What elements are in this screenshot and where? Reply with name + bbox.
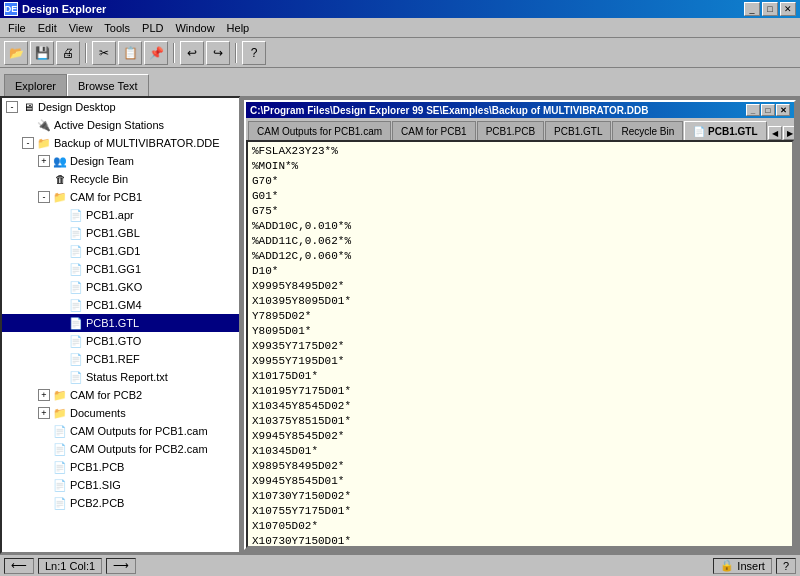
content-area: - 🖥 Design Desktop 🔌 Active Design Stati… [0,96,800,554]
pcb1-gtl-icon: 📄 [68,315,84,331]
maximize-button[interactable]: □ [762,2,778,16]
text-content-area[interactable]: %FSLAX23Y23*% %MOIN*% G70* G01* G75* %AD… [246,140,794,548]
tree-design-team[interactable]: + 👥 Design Team [2,152,239,170]
tab-pcb1-gtl-1[interactable]: PCB1.GTL [545,121,611,140]
team-icon: 👥 [52,153,68,169]
toolbar-copy[interactable]: 📋 [118,41,142,65]
minimize-button[interactable]: _ [744,2,760,16]
menu-tools[interactable]: Tools [98,20,136,36]
toolbar-paste[interactable]: 📌 [144,41,168,65]
mdi-window: C:\Program Files\Design Explorer 99 SE\E… [244,100,796,550]
toolbar-cut[interactable]: ✂ [92,41,116,65]
tree-cam-outputs-pcb2[interactable]: 📄 CAM Outputs for PCB2.cam [2,440,239,458]
tree-active-stations[interactable]: 🔌 Active Design Stations [2,116,239,134]
status-right-arrow-icon: ⟶ [113,559,129,572]
tab-recycle-bin[interactable]: Recycle Bin [612,121,683,140]
menu-bar: File Edit View Tools PLD Window Help [0,18,800,38]
expand-backup[interactable]: - [22,137,34,149]
toolbar-sep1 [85,43,87,63]
pcb1-gto-icon: 📄 [68,333,84,349]
pcb1-pcb-icon: 📄 [52,459,68,475]
expand-cam-pcb2[interactable]: + [38,389,50,401]
tree-pcb1-gbl[interactable]: 📄 PCB1.GBL [2,224,239,242]
file-tabs: CAM Outputs for PCB1.cam CAM for PCB1 PC… [246,118,794,140]
tree-label-cam-pcb1: CAM for PCB1 [70,191,142,203]
status-report-icon: 📄 [68,369,84,385]
tree-cam-pcb2[interactable]: + 📁 CAM for PCB2 [2,386,239,404]
title-bar-left: DE Design Explorer [4,2,106,16]
menu-view[interactable]: View [63,20,99,36]
recycle-icon: 🗑 [52,171,68,187]
tree-backup-multivibrator[interactable]: - 📁 Backup of MULTIVIBRATOR.DDE [2,134,239,152]
explorer-panel: - 🖥 Design Desktop 🔌 Active Design Stati… [0,96,240,554]
tree-pcb1-gtl[interactable]: 📄 PCB1.GTL [2,314,239,332]
tree-label-design-desktop: Design Desktop [38,101,116,113]
tree-documents[interactable]: + 📁 Documents [2,404,239,422]
main-tab-bar: Explorer Browse Text [0,68,800,96]
toolbar-undo[interactable]: ↩ [180,41,204,65]
tree-label-cam-outputs-pcb1: CAM Outputs for PCB1.cam [70,425,208,437]
pcb1-ref-icon: 📄 [68,351,84,367]
menu-window[interactable]: Window [169,20,220,36]
mdi-title: C:\Program Files\Design Explorer 99 SE\E… [250,105,648,116]
mdi-minimize[interactable]: _ [746,104,760,116]
expand-cam-pcb1[interactable]: - [38,191,50,203]
tab-explorer[interactable]: Explorer [4,74,67,96]
tree-recycle-bin[interactable]: 🗑 Recycle Bin [2,170,239,188]
tab-nav-left[interactable]: ◀ [768,126,782,140]
expand-design-desktop[interactable]: - [6,101,18,113]
tree-label-status-report: Status Report.txt [86,371,168,383]
tree-design-desktop[interactable]: - 🖥 Design Desktop [2,98,239,116]
tree-pcb1-ref[interactable]: 📄 PCB1.REF [2,350,239,368]
tab-nav: ◀ ▶ [768,126,795,140]
toolbar-redo[interactable]: ↪ [206,41,230,65]
tree-label-pcb1-gtl: PCB1.GTL [86,317,139,329]
status-help[interactable]: ? [776,558,796,574]
tree-pcb1-gg1[interactable]: 📄 PCB1.GG1 [2,260,239,278]
cam-out-pcb1-icon: 📄 [52,423,68,439]
tab-nav-right[interactable]: ▶ [783,126,795,140]
tab-pcb1-gtl-2[interactable]: 📄 PCB1.GTL [684,121,766,140]
tree-pcb1-gko[interactable]: 📄 PCB1.GKO [2,278,239,296]
tree-cam-outputs-pcb1[interactable]: 📄 CAM Outputs for PCB1.cam [2,422,239,440]
menu-edit[interactable]: Edit [32,20,63,36]
pcb1-gko-icon: 📄 [68,279,84,295]
tab-pcb1-pcb[interactable]: PCB1.PCB [477,121,544,140]
tree-label-pcb1-gko: PCB1.GKO [86,281,142,293]
tree-label-pcb1-gd1: PCB1.GD1 [86,245,140,257]
tree-pcb1-gd1[interactable]: 📄 PCB1.GD1 [2,242,239,260]
tree-pcb1-sig[interactable]: 📄 PCB1.SIG [2,476,239,494]
cam-out-pcb2-icon: 📄 [52,441,68,457]
status-arrow-left: ⟵ [4,558,34,574]
expand-design-team[interactable]: + [38,155,50,167]
toolbar-help[interactable]: ? [242,41,266,65]
tab-cam-pcb1[interactable]: CAM for PCB1 [392,121,476,140]
menu-help[interactable]: Help [221,20,256,36]
tree-label-pcb1-gm4: PCB1.GM4 [86,299,142,311]
tree-pcb2-pcb[interactable]: 📄 PCB2.PCB [2,494,239,512]
tree-cam-pcb1[interactable]: - 📁 CAM for PCB1 [2,188,239,206]
tree-status-report[interactable]: 📄 Status Report.txt [2,368,239,386]
mdi-maximize[interactable]: □ [761,104,775,116]
toolbar-open[interactable]: 💾 [30,41,54,65]
toolbar-save[interactable]: 🖨 [56,41,80,65]
right-panel: C:\Program Files\Design Explorer 99 SE\E… [240,96,800,554]
menu-file[interactable]: File [2,20,32,36]
tree-pcb1-gto[interactable]: 📄 PCB1.GTO [2,332,239,350]
status-ln: Ln:1 [45,560,66,572]
close-button[interactable]: ✕ [780,2,796,16]
tree-label-recycle-bin: Recycle Bin [70,173,128,185]
tab-cam-outputs-pcb1[interactable]: CAM Outputs for PCB1.cam [248,121,391,140]
tree-pcb1-pcb[interactable]: 📄 PCB1.PCB [2,458,239,476]
app-title: Design Explorer [22,3,106,15]
tree-pcb1-gm4[interactable]: 📄 PCB1.GM4 [2,296,239,314]
expand-documents[interactable]: + [38,407,50,419]
tab-browse-text[interactable]: Browse Text [67,74,149,96]
tree-pcb1-apr[interactable]: 📄 PCB1.apr [2,206,239,224]
title-bar: DE Design Explorer _ □ ✕ [0,0,800,18]
toolbar-new[interactable]: 📂 [4,41,28,65]
mdi-close[interactable]: ✕ [776,104,790,116]
tree-label-pcb1-gbl: PCB1.GBL [86,227,140,239]
menu-pld[interactable]: PLD [136,20,169,36]
backup-icon: 📁 [36,135,52,151]
